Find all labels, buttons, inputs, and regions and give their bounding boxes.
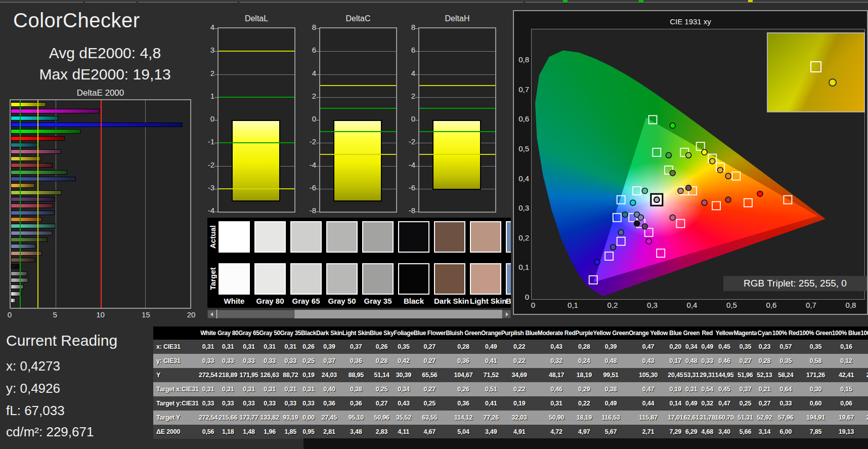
table-cell: 7,85 (799, 425, 832, 439)
table-cell: 30,39 (394, 368, 413, 382)
table-cell: 0,47 (715, 396, 733, 411)
table-cell: 0,49 (683, 396, 700, 411)
table-cell: 0,45 (715, 340, 733, 354)
x-tick-label: 0,5 (726, 301, 737, 309)
table-cell: 0,26 (370, 340, 394, 354)
cie-chart-title: CIE 1931 xy (514, 17, 867, 26)
swatch-label: Gray 50 (326, 297, 358, 305)
y-tick-label: -6 (409, 183, 415, 192)
table-cell: 3,14 (757, 425, 772, 439)
table-cell: 0,27 (733, 354, 757, 368)
x-tick-label: 0 (531, 301, 535, 309)
table-cell: 0,25 (370, 382, 394, 396)
table-cell: 0,31 (280, 382, 301, 396)
tick-mark (316, 189, 319, 189)
table-cell: 42,41 (832, 368, 860, 382)
y-tick-label: -6 (310, 183, 316, 192)
table-cell: 0,58 (799, 354, 832, 368)
table-cell: 0,38 (342, 382, 370, 396)
measured-dot-marker (634, 221, 640, 226)
table-cell: 0,36 (342, 396, 370, 411)
column-header: Gray 65 (238, 326, 259, 340)
panel-edge-tick (748, 0, 753, 2)
swatch-scrollbar[interactable] (207, 310, 511, 318)
reference-line (419, 85, 495, 86)
row-label: x: CIE31 (153, 340, 199, 354)
y-tick-label: 0,8 (515, 55, 529, 64)
table-cell: 0,26 (446, 382, 481, 396)
table-cell: 0,32 (700, 396, 715, 411)
de-bar-red (11, 163, 53, 168)
y-tick-label: 0,4 (515, 174, 529, 183)
scroll-left-icon[interactable] (207, 310, 216, 318)
tick-mark (214, 97, 218, 98)
tick-mark (415, 166, 418, 167)
table-cell: 0,33 (218, 354, 238, 368)
table-cell: 0,31 (218, 340, 238, 354)
measured-dot-marker (646, 238, 652, 244)
table-cell: 0,33 (238, 354, 259, 368)
reference-line (219, 142, 294, 143)
tick-mark (214, 166, 218, 167)
table-cell: 0,12 (832, 354, 860, 368)
target-square-marker (633, 187, 641, 195)
y-tick-label: 2 (411, 92, 415, 100)
target-swatch-blue-sky (506, 263, 511, 295)
table-cell: 0,31 (238, 382, 259, 396)
de-bar-white (11, 298, 16, 303)
deltae2000-chart-title: DeltaE 2000 (10, 88, 191, 98)
table-cell: 63,55 (414, 411, 446, 425)
tick-mark (415, 212, 418, 212)
table-cell: 4,67 (414, 425, 446, 439)
target-square-marker (657, 249, 665, 257)
de-bar-blue-sky (11, 244, 36, 249)
cie-1931-panel: CIE 1931 xy 0,80,70,60,50,40,30,20,10 00… (513, 10, 868, 315)
panel-edge-divider (238, 2, 239, 3)
y-tick-label: 0,1 (515, 263, 529, 271)
column-header: Orange (481, 326, 501, 340)
measured-dot-marker (670, 170, 675, 176)
deltal-bar-chart (218, 27, 295, 213)
panel-edge-divider (137, 2, 138, 3)
table-cell: 0,31 (259, 340, 280, 354)
x-tick-label: 0 (8, 310, 12, 319)
y-tick-label: -4 (208, 206, 214, 215)
scroll-right-icon[interactable] (502, 310, 511, 318)
column-header: Yellow (715, 326, 733, 340)
column-header: Moderate Red (538, 326, 576, 340)
target-square-marker (613, 214, 621, 222)
target-swatch-gray-50 (326, 263, 358, 295)
table-cell: 0,49 (481, 340, 501, 354)
table-cell: 50,96 (370, 411, 394, 425)
top-panel-edge-strip (0, 0, 868, 3)
target-square-marker (645, 228, 653, 236)
tick-mark (415, 51, 418, 52)
target-square-marker (744, 198, 752, 207)
tick-mark (316, 51, 319, 52)
table-cell: 0,41 (481, 396, 501, 411)
de-bar-orange-yellow (11, 183, 35, 188)
deltah-bar-chart (418, 27, 496, 213)
panel-edge-divider (524, 2, 525, 3)
table-cell: 0,56 (199, 425, 218, 439)
de-bar-foliage (11, 237, 48, 242)
x-tick-label: 5 (53, 310, 57, 319)
table-cell: 0,00 (301, 411, 316, 425)
table-corner-cell (153, 326, 199, 340)
reference-line (219, 97, 294, 98)
y-tick-label: 0,7 (515, 85, 529, 94)
tick-mark (415, 120, 418, 120)
tick-mark (214, 143, 218, 143)
scrollbar-thumb[interactable] (218, 310, 294, 318)
measured-dot-marker (642, 188, 647, 194)
de-bar-100-green (11, 129, 81, 134)
de-bar-yellow-green (11, 190, 62, 195)
table-cell: 95,10 (342, 411, 370, 425)
table-cell: 214,58 (860, 411, 868, 425)
y-tick-label: -2 (310, 137, 316, 146)
y-tick-label: -2 (409, 137, 415, 146)
row-label: Target y:CIE31 (153, 396, 199, 411)
table-cell: 0,31 (280, 340, 301, 354)
actual-swatch-black (398, 221, 429, 253)
table-cell: 0,33 (199, 354, 218, 368)
